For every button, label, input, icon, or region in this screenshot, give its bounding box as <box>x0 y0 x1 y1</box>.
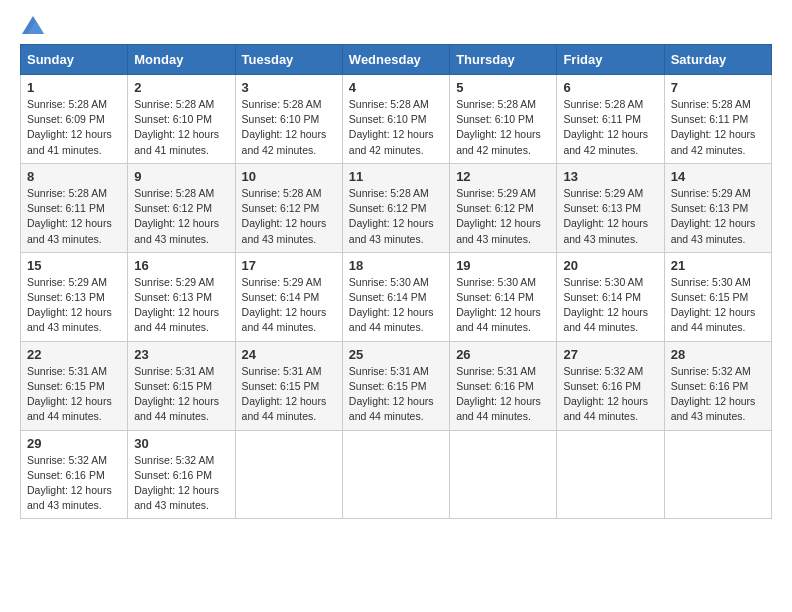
day-info: Sunrise: 5:28 AMSunset: 6:10 PMDaylight:… <box>242 98 327 156</box>
calendar-cell: 26 Sunrise: 5:31 AMSunset: 6:16 PMDaylig… <box>450 341 557 430</box>
day-info: Sunrise: 5:31 AMSunset: 6:15 PMDaylight:… <box>134 365 219 423</box>
calendar-cell: 6 Sunrise: 5:28 AMSunset: 6:11 PMDayligh… <box>557 75 664 164</box>
calendar-week-row: 8 Sunrise: 5:28 AMSunset: 6:11 PMDayligh… <box>21 163 772 252</box>
day-info: Sunrise: 5:29 AMSunset: 6:13 PMDaylight:… <box>563 187 648 245</box>
calendar-cell: 25 Sunrise: 5:31 AMSunset: 6:15 PMDaylig… <box>342 341 449 430</box>
day-info: Sunrise: 5:28 AMSunset: 6:11 PMDaylight:… <box>563 98 648 156</box>
calendar-cell: 11 Sunrise: 5:28 AMSunset: 6:12 PMDaylig… <box>342 163 449 252</box>
day-number: 27 <box>563 347 657 362</box>
weekday-header-sunday: Sunday <box>21 45 128 75</box>
weekday-header-wednesday: Wednesday <box>342 45 449 75</box>
day-number: 1 <box>27 80 121 95</box>
calendar-cell: 17 Sunrise: 5:29 AMSunset: 6:14 PMDaylig… <box>235 252 342 341</box>
day-info: Sunrise: 5:31 AMSunset: 6:15 PMDaylight:… <box>349 365 434 423</box>
calendar-cell: 2 Sunrise: 5:28 AMSunset: 6:10 PMDayligh… <box>128 75 235 164</box>
logo <box>20 16 44 34</box>
weekday-header-row: SundayMondayTuesdayWednesdayThursdayFrid… <box>21 45 772 75</box>
calendar-cell: 19 Sunrise: 5:30 AMSunset: 6:14 PMDaylig… <box>450 252 557 341</box>
calendar-cell: 29 Sunrise: 5:32 AMSunset: 6:16 PMDaylig… <box>21 430 128 519</box>
calendar-cell: 28 Sunrise: 5:32 AMSunset: 6:16 PMDaylig… <box>664 341 771 430</box>
calendar-cell: 10 Sunrise: 5:28 AMSunset: 6:12 PMDaylig… <box>235 163 342 252</box>
day-info: Sunrise: 5:29 AMSunset: 6:13 PMDaylight:… <box>134 276 219 334</box>
day-number: 3 <box>242 80 336 95</box>
calendar-cell: 3 Sunrise: 5:28 AMSunset: 6:10 PMDayligh… <box>235 75 342 164</box>
day-number: 30 <box>134 436 228 451</box>
day-number: 21 <box>671 258 765 273</box>
weekday-header-thursday: Thursday <box>450 45 557 75</box>
logo-icon <box>22 16 44 34</box>
day-number: 18 <box>349 258 443 273</box>
day-number: 15 <box>27 258 121 273</box>
calendar-cell: 8 Sunrise: 5:28 AMSunset: 6:11 PMDayligh… <box>21 163 128 252</box>
day-number: 4 <box>349 80 443 95</box>
weekday-header-tuesday: Tuesday <box>235 45 342 75</box>
day-info: Sunrise: 5:29 AMSunset: 6:13 PMDaylight:… <box>671 187 756 245</box>
day-number: 17 <box>242 258 336 273</box>
day-number: 26 <box>456 347 550 362</box>
day-number: 28 <box>671 347 765 362</box>
day-info: Sunrise: 5:30 AMSunset: 6:14 PMDaylight:… <box>349 276 434 334</box>
calendar: SundayMondayTuesdayWednesdayThursdayFrid… <box>20 44 772 519</box>
calendar-cell: 13 Sunrise: 5:29 AMSunset: 6:13 PMDaylig… <box>557 163 664 252</box>
day-number: 2 <box>134 80 228 95</box>
day-info: Sunrise: 5:32 AMSunset: 6:16 PMDaylight:… <box>563 365 648 423</box>
day-info: Sunrise: 5:28 AMSunset: 6:10 PMDaylight:… <box>456 98 541 156</box>
calendar-cell: 16 Sunrise: 5:29 AMSunset: 6:13 PMDaylig… <box>128 252 235 341</box>
day-info: Sunrise: 5:32 AMSunset: 6:16 PMDaylight:… <box>27 454 112 512</box>
day-info: Sunrise: 5:28 AMSunset: 6:11 PMDaylight:… <box>27 187 112 245</box>
day-info: Sunrise: 5:32 AMSunset: 6:16 PMDaylight:… <box>671 365 756 423</box>
calendar-cell: 27 Sunrise: 5:32 AMSunset: 6:16 PMDaylig… <box>557 341 664 430</box>
calendar-cell: 5 Sunrise: 5:28 AMSunset: 6:10 PMDayligh… <box>450 75 557 164</box>
calendar-cell: 23 Sunrise: 5:31 AMSunset: 6:15 PMDaylig… <box>128 341 235 430</box>
day-info: Sunrise: 5:32 AMSunset: 6:16 PMDaylight:… <box>134 454 219 512</box>
day-info: Sunrise: 5:31 AMSunset: 6:15 PMDaylight:… <box>27 365 112 423</box>
day-number: 12 <box>456 169 550 184</box>
calendar-week-row: 22 Sunrise: 5:31 AMSunset: 6:15 PMDaylig… <box>21 341 772 430</box>
day-number: 24 <box>242 347 336 362</box>
day-info: Sunrise: 5:28 AMSunset: 6:12 PMDaylight:… <box>134 187 219 245</box>
day-info: Sunrise: 5:30 AMSunset: 6:15 PMDaylight:… <box>671 276 756 334</box>
calendar-cell: 15 Sunrise: 5:29 AMSunset: 6:13 PMDaylig… <box>21 252 128 341</box>
day-number: 16 <box>134 258 228 273</box>
calendar-cell: 12 Sunrise: 5:29 AMSunset: 6:12 PMDaylig… <box>450 163 557 252</box>
day-info: Sunrise: 5:29 AMSunset: 6:13 PMDaylight:… <box>27 276 112 334</box>
day-number: 5 <box>456 80 550 95</box>
calendar-cell <box>664 430 771 519</box>
day-number: 10 <box>242 169 336 184</box>
calendar-cell: 18 Sunrise: 5:30 AMSunset: 6:14 PMDaylig… <box>342 252 449 341</box>
calendar-cell: 4 Sunrise: 5:28 AMSunset: 6:10 PMDayligh… <box>342 75 449 164</box>
calendar-cell <box>342 430 449 519</box>
day-number: 20 <box>563 258 657 273</box>
calendar-cell <box>557 430 664 519</box>
calendar-cell: 9 Sunrise: 5:28 AMSunset: 6:12 PMDayligh… <box>128 163 235 252</box>
calendar-cell: 1 Sunrise: 5:28 AMSunset: 6:09 PMDayligh… <box>21 75 128 164</box>
day-number: 25 <box>349 347 443 362</box>
day-info: Sunrise: 5:28 AMSunset: 6:11 PMDaylight:… <box>671 98 756 156</box>
day-number: 19 <box>456 258 550 273</box>
day-number: 29 <box>27 436 121 451</box>
calendar-cell: 30 Sunrise: 5:32 AMSunset: 6:16 PMDaylig… <box>128 430 235 519</box>
day-info: Sunrise: 5:31 AMSunset: 6:15 PMDaylight:… <box>242 365 327 423</box>
day-info: Sunrise: 5:28 AMSunset: 6:10 PMDaylight:… <box>349 98 434 156</box>
day-info: Sunrise: 5:29 AMSunset: 6:14 PMDaylight:… <box>242 276 327 334</box>
day-info: Sunrise: 5:28 AMSunset: 6:12 PMDaylight:… <box>242 187 327 245</box>
day-info: Sunrise: 5:30 AMSunset: 6:14 PMDaylight:… <box>456 276 541 334</box>
day-number: 13 <box>563 169 657 184</box>
day-number: 22 <box>27 347 121 362</box>
day-info: Sunrise: 5:29 AMSunset: 6:12 PMDaylight:… <box>456 187 541 245</box>
calendar-cell: 24 Sunrise: 5:31 AMSunset: 6:15 PMDaylig… <box>235 341 342 430</box>
calendar-cell: 20 Sunrise: 5:30 AMSunset: 6:14 PMDaylig… <box>557 252 664 341</box>
header <box>20 16 772 34</box>
day-number: 23 <box>134 347 228 362</box>
calendar-cell <box>450 430 557 519</box>
day-number: 8 <box>27 169 121 184</box>
day-number: 14 <box>671 169 765 184</box>
day-info: Sunrise: 5:28 AMSunset: 6:12 PMDaylight:… <box>349 187 434 245</box>
calendar-week-row: 15 Sunrise: 5:29 AMSunset: 6:13 PMDaylig… <box>21 252 772 341</box>
day-number: 9 <box>134 169 228 184</box>
day-info: Sunrise: 5:31 AMSunset: 6:16 PMDaylight:… <box>456 365 541 423</box>
calendar-week-row: 29 Sunrise: 5:32 AMSunset: 6:16 PMDaylig… <box>21 430 772 519</box>
calendar-cell <box>235 430 342 519</box>
calendar-cell: 7 Sunrise: 5:28 AMSunset: 6:11 PMDayligh… <box>664 75 771 164</box>
calendar-cell: 21 Sunrise: 5:30 AMSunset: 6:15 PMDaylig… <box>664 252 771 341</box>
